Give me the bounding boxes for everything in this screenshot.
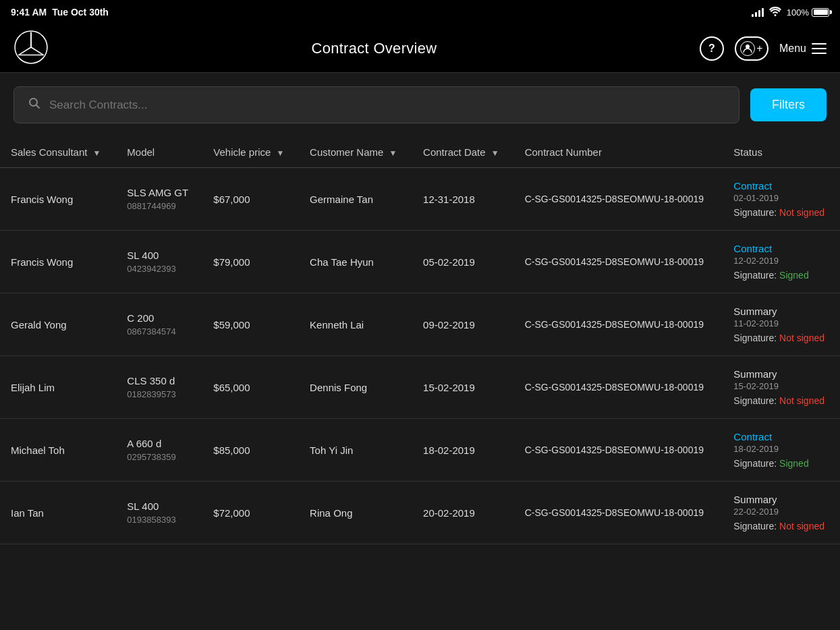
cell-status-1[interactable]: Contract 12-02-2019 Signature: Signed	[723, 231, 840, 293]
cell-status-2[interactable]: Summary 11-02-2019 Signature: Not signed	[723, 293, 840, 356]
menu-label: Menu	[779, 42, 806, 55]
cell-sales-consultant-2: Gerald Yong	[0, 293, 116, 356]
table-body: Francis Wong SLS AMG GT 0881744969 $67,0…	[0, 168, 840, 544]
help-button[interactable]: ?	[700, 36, 724, 61]
cell-status-3[interactable]: Summary 15-02-2019 Signature: Not signed	[723, 356, 840, 419]
cell-customer-2: Kenneth Lai	[299, 293, 412, 356]
cell-customer-4: Toh Yi Jin	[299, 419, 412, 482]
cell-model-5: SL 400 0193858393	[116, 482, 202, 544]
col-contract-date[interactable]: Contract Date ▼	[412, 137, 514, 168]
menu-button[interactable]: Menu	[779, 42, 827, 55]
cell-contract-number-5: C-​SG-​GS0014325-​D8SEOMWU-​18-​00019	[514, 482, 723, 544]
cell-price-5: $72,000	[202, 482, 299, 544]
cell-model-0: SLS AMG GT 0881744969	[116, 168, 202, 231]
cell-price-0: $67,000	[202, 168, 299, 231]
cell-price-2: $59,000	[202, 293, 299, 356]
header-actions: ? + Menu	[700, 36, 827, 61]
col-vehicle-price[interactable]: Vehicle price ▼	[202, 137, 299, 168]
table-row[interactable]: Francis Wong SLS AMG GT 0881744969 $67,0…	[0, 168, 840, 231]
cell-status-4[interactable]: Contract 18-02-2019 Signature: Signed	[723, 419, 840, 482]
status-bar-left: 9:41 AM Tue Oct 30th	[11, 7, 109, 18]
cell-status-5[interactable]: Summary 22-02-2019 Signature: Not signed	[723, 482, 840, 544]
cell-customer-1: Cha Tae Hyun	[299, 231, 412, 293]
cell-customer-3: Dennis Fong	[299, 356, 412, 419]
cell-date-3: 15-02-2019	[412, 356, 514, 419]
cell-contract-number-1: C-​SG-​GS0014325-​D8SEOMWU-​18-​00019	[514, 231, 723, 293]
cell-price-3: $65,000	[202, 356, 299, 419]
search-area: Filters	[0, 73, 840, 137]
hamburger-icon	[812, 43, 827, 54]
cell-price-1: $79,000	[202, 231, 299, 293]
cell-model-1: SL 400 0423942393	[116, 231, 202, 293]
cell-sales-consultant-4: Michael Toh	[0, 419, 116, 482]
signal-icon	[752, 7, 764, 17]
wifi-icon	[769, 7, 781, 18]
sort-arrow-date: ▼	[491, 148, 499, 158]
table-row[interactable]: Elijah Lim CLS 350 d 0182839573 $65,000 …	[0, 356, 840, 419]
cell-price-4: $85,000	[202, 419, 299, 482]
mercedes-logo	[13, 30, 49, 67]
page-title: Contract Overview	[311, 40, 437, 57]
col-sales-consultant[interactable]: Sales Consultant ▼	[0, 137, 116, 168]
status-bar-right: 100%	[752, 7, 829, 18]
table-header: Sales Consultant ▼ Model Vehicle price ▼…	[0, 137, 840, 168]
contracts-table: Sales Consultant ▼ Model Vehicle price ▼…	[0, 137, 840, 544]
cell-sales-consultant-3: Elijah Lim	[0, 356, 116, 419]
cell-contract-number-2: C-​SG-​GS0014325-​D8SEOMWU-​18-​00019	[514, 293, 723, 356]
cell-status-0[interactable]: Contract 02-01-2019 Signature: Not signe…	[723, 168, 840, 231]
col-contract-number: Contract Number	[514, 137, 723, 168]
sort-arrow-price: ▼	[277, 148, 285, 158]
table-row[interactable]: Gerald Yong C 200 0867384574 $59,000 Ken…	[0, 293, 840, 356]
time-display: 9:41 AM	[11, 7, 47, 18]
table-row[interactable]: Ian Tan SL 400 0193858393 $72,000 Rina O…	[0, 482, 840, 544]
col-status: Status	[723, 137, 840, 168]
search-input[interactable]	[49, 98, 725, 112]
battery-percent: 100%	[787, 7, 809, 18]
search-box	[13, 86, 739, 123]
cell-customer-5: Rina Ong	[299, 482, 412, 544]
col-model: Model	[116, 137, 202, 168]
table-row[interactable]: Michael Toh A 660 d 0295738359 $85,000 T…	[0, 419, 840, 482]
status-bar: 9:41 AM Tue Oct 30th 100%	[0, 0, 840, 24]
cell-contract-number-0: C-​SG-​GS0014325-​D8SEOMWU-​18-​00019	[514, 168, 723, 231]
add-user-button[interactable]: +	[735, 36, 768, 61]
cell-customer-0: Germaine Tan	[299, 168, 412, 231]
col-customer-name[interactable]: Customer Name ▼	[299, 137, 412, 168]
cell-sales-consultant-0: Francis Wong	[0, 168, 116, 231]
cell-contract-number-4: C-​SG-​GS0014325-​D8SEOMWU-​18-​00019	[514, 419, 723, 482]
cell-model-2: C 200 0867384574	[116, 293, 202, 356]
cell-sales-consultant-1: Francis Wong	[0, 231, 116, 293]
app-header: Contract Overview ? + Menu	[0, 24, 840, 73]
cell-contract-number-3: C-​SG-​GS0014325-​D8SEOMWU-​18-​00019	[514, 356, 723, 419]
cell-date-4: 18-02-2019	[412, 419, 514, 482]
table-row[interactable]: Francis Wong SL 400 0423942393 $79,000 C…	[0, 231, 840, 293]
cell-date-2: 09-02-2019	[412, 293, 514, 356]
date-display: Tue Oct 30th	[52, 7, 109, 18]
cell-sales-consultant-5: Ian Tan	[0, 482, 116, 544]
help-icon: ?	[708, 42, 715, 55]
search-icon	[28, 96, 41, 113]
filters-button[interactable]: Filters	[750, 88, 827, 121]
plus-icon: +	[756, 42, 762, 55]
sort-arrow-customer: ▼	[389, 148, 397, 158]
user-avatar-icon	[740, 41, 755, 56]
cell-date-1: 05-02-2019	[412, 231, 514, 293]
cell-model-3: CLS 350 d 0182839573	[116, 356, 202, 419]
cell-date-5: 20-02-2019	[412, 482, 514, 544]
sort-arrow-sales-consultant: ▼	[93, 148, 101, 158]
contracts-table-container: Sales Consultant ▼ Model Vehicle price ▼…	[0, 137, 840, 544]
svg-point-1	[746, 45, 750, 49]
cell-date-0: 12-31-2018	[412, 168, 514, 231]
cell-model-4: A 660 d 0295738359	[116, 419, 202, 482]
battery-icon: 100%	[787, 7, 829, 18]
